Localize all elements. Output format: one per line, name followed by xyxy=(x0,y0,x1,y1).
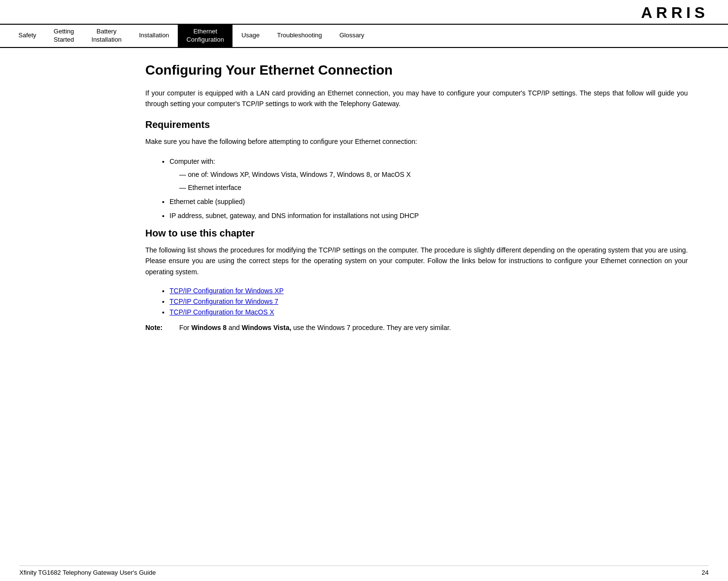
content-area: Configuring Your Ethernet Connection If … xyxy=(131,48,712,533)
requirements-intro: Make sure you have the following before … xyxy=(145,136,688,147)
nav-glossary[interactable]: Glossary xyxy=(331,25,373,47)
page-title: Configuring Your Ethernet Connection xyxy=(145,63,688,78)
computer-subitems: one of: Windows XP, Windows Vista, Windo… xyxy=(179,170,688,193)
how-to-use-text: The following list shows the procedures … xyxy=(145,245,688,277)
footer-page-number: 24 xyxy=(702,569,709,576)
link-winxp: TCP/IP Configuration for Windows XP xyxy=(170,287,688,295)
link-macos: TCP/IP Configuration for MacOS X xyxy=(170,308,688,316)
footer: Xfinity TG1682 Telephony Gateway User's … xyxy=(19,565,709,576)
intro-paragraph: If your computer is equipped with a LAN … xyxy=(145,88,688,110)
nav-battery-installation[interactable]: Battery Installation xyxy=(83,25,130,47)
sidebar xyxy=(0,48,131,533)
nav-usage[interactable]: Usage xyxy=(232,25,268,47)
how-to-use-heading: How to use this chapter xyxy=(145,228,688,239)
note-section: Note: For Windows 8 and Windows Vista, u… xyxy=(145,323,688,333)
requirements-list: Computer with: one of: Windows XP, Windo… xyxy=(170,157,688,221)
nav-ethernet-configuration[interactable]: Ethernet Configuration xyxy=(178,25,232,47)
nav-installation[interactable]: Installation xyxy=(130,25,178,47)
header: ARRIS xyxy=(0,0,728,24)
main-layout: Configuring Your Ethernet Connection If … xyxy=(0,48,728,533)
nav-safety[interactable]: Safety xyxy=(10,25,45,47)
logo-text: ARRIS xyxy=(641,4,709,22)
footer-text: Xfinity TG1682 Telephony Gateway User's … xyxy=(19,569,156,576)
note-text: For Windows 8 and Windows Vista, use the… xyxy=(179,323,688,333)
nav-troubleshooting[interactable]: Troubleshooting xyxy=(268,25,331,47)
req-ethernet-interface: Ethernet interface xyxy=(179,183,688,193)
requirements-heading: Requirements xyxy=(145,119,688,130)
note-label: Note: xyxy=(145,323,174,333)
req-ethernet-cable: Ethernet cable (supplied) xyxy=(170,197,688,207)
req-ip-info: IP address, subnet, gateway, and DNS inf… xyxy=(170,211,688,221)
nav-getting-started[interactable]: Getting Started xyxy=(45,25,83,47)
req-os: one of: Windows XP, Windows Vista, Windo… xyxy=(179,170,688,180)
navigation-bar: Safety Getting Started Battery Installat… xyxy=(0,24,728,48)
req-computer: Computer with: one of: Windows XP, Windo… xyxy=(170,157,688,193)
link-win7: TCP/IP Configuration for Windows 7 xyxy=(170,298,688,305)
links-list: TCP/IP Configuration for Windows XP TCP/… xyxy=(170,287,688,316)
